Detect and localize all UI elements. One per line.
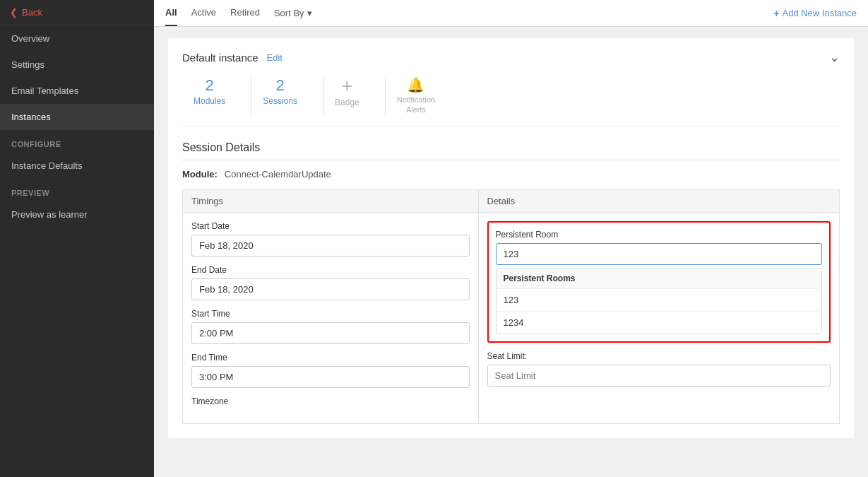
end-date-label: End Date (191, 265, 470, 275)
bell-icon: 🔔 (407, 76, 424, 93)
instance-title: Default instance (182, 52, 258, 64)
stat-notification-alerts[interactable]: 🔔 NotificationAlerts (386, 76, 460, 115)
persistent-room-input[interactable] (496, 243, 823, 265)
stats-row: 2 Modules 2 Sessions + Badge 🔔 Notificat… (182, 76, 840, 127)
end-date-input[interactable] (191, 278, 470, 300)
start-time-group: Start Time (191, 309, 470, 344)
end-date-group: End Date (191, 265, 470, 300)
persistent-room-dropdown: Persistent Rooms 123 1234 (496, 268, 823, 334)
start-time-input[interactable] (191, 322, 470, 344)
configure-section-label: CONFIGURE (0, 130, 154, 153)
tab-active[interactable]: Active (191, 0, 216, 26)
seat-limit-group: Seat Limit: (487, 351, 831, 387)
sidebar-item-instances[interactable]: Instances (0, 104, 154, 130)
module-label: Module: (182, 169, 218, 179)
sidebar-item-overview[interactable]: Overview (0, 25, 154, 52)
timings-header: Timings (183, 189, 479, 212)
seat-limit-input[interactable] (487, 365, 831, 387)
start-time-label: Start Time (191, 309, 470, 319)
sort-by-button[interactable]: Sort By ▾ (274, 8, 312, 18)
main-content: All Active Retired Sort By ▾ + Add New I… (154, 0, 868, 477)
plus-icon: + (773, 8, 779, 19)
preview-section-label: PREVIEW (0, 179, 154, 201)
sidebar: ❮ Back Overview Settings Email Templates… (0, 0, 154, 477)
add-new-instance-button[interactable]: + Add New Instance (773, 8, 857, 19)
timezone-group: Timezone (191, 396, 470, 406)
sidebar-item-email-templates[interactable]: Email Templates (0, 78, 154, 104)
session-table: Timings Details Start Date (182, 189, 840, 424)
tab-all[interactable]: All (165, 0, 177, 26)
notification-alerts-label: NotificationAlerts (397, 95, 435, 115)
module-value: Connect-CalemdarUpdate (225, 169, 331, 179)
sidebar-item-settings[interactable]: Settings (0, 52, 154, 78)
instance-title-group: Default instance Edit (182, 52, 283, 64)
modules-label: Modules (194, 96, 225, 106)
persistent-room-label: Persistent Room (496, 230, 823, 240)
back-button[interactable]: ❮ Back (0, 0, 154, 25)
dropdown-item-1234[interactable]: 1234 (497, 312, 822, 334)
seat-limit-label: Seat Limit: (487, 351, 831, 361)
start-date-input[interactable] (191, 235, 470, 257)
stat-badge[interactable]: + Badge (323, 76, 386, 115)
tab-retired[interactable]: Retired (230, 0, 260, 26)
back-label: Back (22, 7, 42, 18)
stat-sessions[interactable]: 2 Sessions (251, 76, 323, 115)
dropdown-item-123[interactable]: 123 (497, 289, 822, 312)
session-details-title: Session Details (182, 141, 840, 160)
topbar-tabs: All Active Retired Sort By ▾ (165, 0, 773, 26)
dropdown-section-label: Persistent Rooms (497, 269, 822, 289)
content-area: Default instance Edit ⌄ 2 Modules 2 Sess… (154, 27, 868, 477)
instance-card-header: Default instance Edit ⌄ (182, 49, 840, 65)
persistent-room-container: Persistent Room Persistent Rooms 123 (487, 221, 831, 343)
chevron-left-icon: ❮ (10, 7, 18, 18)
timezone-label: Timezone (191, 396, 470, 406)
end-time-group: End Time (191, 353, 470, 388)
edit-link[interactable]: Edit (267, 52, 283, 63)
module-row: Module: Connect-CalemdarUpdate (182, 169, 840, 179)
stat-modules[interactable]: 2 Modules (182, 76, 251, 115)
sidebar-item-instance-defaults[interactable]: Instance Defaults (0, 153, 154, 179)
sidebar-item-preview-as-learner[interactable]: Preview as learner (0, 201, 154, 228)
start-date-label: Start Date (191, 221, 470, 231)
instance-card: Default instance Edit ⌄ 2 Modules 2 Sess… (168, 38, 854, 438)
timings-cell: Start Date End Date Start Time (183, 212, 479, 423)
start-date-group: Start Date (191, 221, 470, 257)
details-cell: Persistent Room Persistent Rooms 123 (478, 212, 840, 423)
end-time-label: End Time (191, 353, 470, 363)
badge-label: Badge (335, 98, 359, 107)
end-time-input[interactable] (191, 366, 470, 388)
topbar: All Active Retired Sort By ▾ + Add New I… (154, 0, 868, 27)
sessions-count: 2 (276, 76, 285, 95)
modules-count: 2 (206, 76, 214, 95)
sessions-label: Sessions (263, 96, 297, 106)
chevron-down-icon: ▾ (307, 8, 312, 18)
details-header: Details (478, 189, 840, 212)
expand-collapse-icon[interactable]: ⌄ (829, 49, 840, 65)
plus-badge-icon: + (342, 76, 352, 95)
